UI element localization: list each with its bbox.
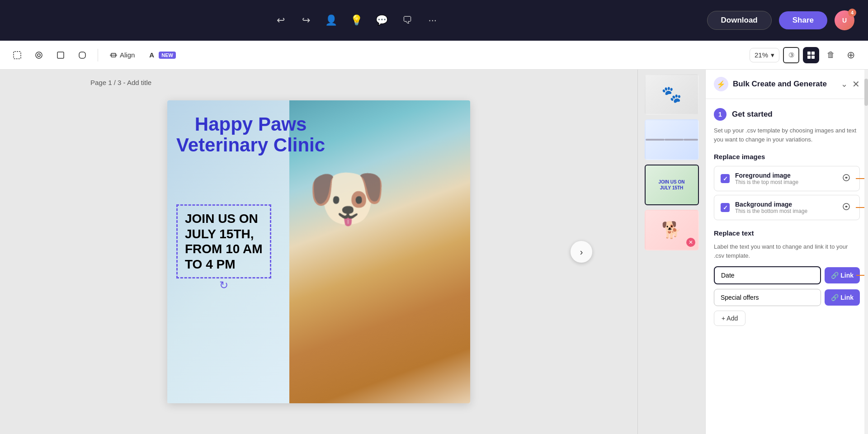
panel-header-icon: ⚡ [714, 77, 728, 91]
crop-tool[interactable] [31, 47, 47, 63]
svg-rect-0 [14, 52, 21, 59]
next-page-button[interactable]: › [571, 241, 592, 263]
special-offers-link-button[interactable]: 🔗 Link [825, 289, 860, 306]
date-link-button[interactable]: 🔗 Link [825, 267, 860, 283]
topbar-icons: ↩ ↪ 👤 💡 💬 🗨 ··· [271, 11, 442, 30]
toolbar-divider-1 [98, 49, 98, 61]
more-icon[interactable]: ··· [423, 11, 442, 30]
clinic-title-line1: Happy Paws [176, 114, 325, 135]
replace-text-section: Replace text Label the text you want to … [714, 229, 860, 326]
date-input[interactable] [714, 266, 821, 284]
background-checkbox[interactable] [721, 203, 730, 212]
thumb-error-icon: ✕ [686, 238, 695, 247]
date-text-line3: FROM 10 AM [185, 241, 263, 257]
add-user-icon[interactable]: 👤 [322, 11, 341, 30]
dog-emoji: 🐶 [307, 161, 387, 236]
share-button[interactable]: Share [779, 11, 827, 29]
svg-rect-3 [57, 52, 64, 58]
foreground-replace-button[interactable] [840, 172, 853, 185]
delete-button[interactable]: 🗑 [823, 47, 839, 63]
new-badge: NEW [159, 52, 176, 59]
replace-text-desc: Label the text you want to change and li… [714, 242, 860, 260]
svg-rect-10 [811, 56, 815, 59]
special-offers-field-row: 🔗 Link [714, 289, 860, 306]
clinic-text: Happy Paws Veterinary Clinic [176, 114, 325, 156]
date-text-line4: TO 4 PM [185, 257, 263, 272]
thumbnail-panel: 🐾 JOIN US ONJULY 15TH 🐕 ✕ ✕ [637, 70, 705, 434]
bulb-icon[interactable]: 💡 [347, 11, 366, 30]
thumbnail-1[interactable]: 🐾 [645, 74, 699, 115]
panel-collapse-button[interactable]: ⌄ [841, 79, 848, 89]
scrollbar-track[interactable] [864, 70, 868, 434]
foreground-image-option: Foreground image This is the top most im… [714, 166, 860, 191]
main: Page 1 / 3 - Add title 🐶 Happy Paws Vete… [0, 70, 868, 434]
chat-icon[interactable]: 🗨 [398, 11, 417, 30]
panel-header: ⚡ Bulk Create and Generate ⌄ ✕ [706, 70, 868, 99]
replace-text-title: Replace text [714, 229, 860, 237]
svg-rect-4 [79, 52, 85, 58]
background-text: Background image This is the bottom most… [735, 201, 834, 214]
download-button[interactable]: Download [707, 11, 772, 30]
panel-title: Bulk Create and Generate [733, 80, 836, 89]
thumbnail-2[interactable] [645, 119, 699, 160]
background-sub: This is the bottom most image [735, 208, 834, 214]
avatar-badge: 4 [848, 9, 856, 17]
step-header: 1 Get started [714, 108, 860, 121]
canvas-area: Page 1 / 3 - Add title 🐶 Happy Paws Vete… [0, 70, 637, 434]
rotate-icon[interactable]: ↻ [219, 279, 228, 292]
toolbar: Align A NEW 21% ▾ ③ 🗑 ⊕ [0, 41, 868, 70]
date-field-row: 🔗 Link C [714, 266, 860, 284]
thumbnail-4[interactable]: 🐕 ✕ [645, 210, 699, 250]
design-card: 🐶 Happy Paws Veterinary Clinic JOIN US O… [167, 100, 470, 403]
translate-button[interactable]: A NEW [145, 48, 180, 61]
align-button[interactable]: Align [105, 48, 139, 61]
date-box[interactable]: JOIN US ON JULY 15TH, FROM 10 AM TO 4 PM… [176, 204, 271, 278]
add-page-button[interactable]: ⊕ [843, 47, 859, 63]
grid-view-button[interactable] [803, 47, 819, 63]
topbar: ↩ ↪ 👤 💡 💬 🗨 ··· Download Share U 4 [0, 0, 868, 41]
svg-rect-9 [807, 56, 811, 59]
canvas-content: 🐶 Happy Paws Veterinary Clinic JOIN US O… [0, 70, 637, 434]
zoom-control[interactable]: 21% ▾ [750, 48, 779, 62]
rounded-rect-tool[interactable] [74, 47, 90, 63]
svg-rect-7 [807, 52, 811, 55]
undo-button[interactable]: ↩ [271, 11, 290, 30]
clinic-title-line2: Veterinary Clinic [176, 135, 325, 156]
step-desc: Set up your .csv template by choosing im… [714, 126, 860, 144]
foreground-title: Foreground image [735, 172, 834, 179]
step-title: Get started [732, 110, 773, 119]
foreground-sub: This is the top most image [735, 179, 834, 185]
svg-point-2 [38, 54, 40, 57]
avatar[interactable]: U 4 [835, 10, 854, 30]
right-panel: ⚡ Bulk Create and Generate ⌄ ✕ 1 Get sta… [705, 70, 868, 434]
special-offers-input[interactable] [714, 289, 821, 306]
replace-images-title: Replace images [714, 153, 860, 160]
svg-rect-8 [811, 52, 815, 55]
rect-tool[interactable] [52, 47, 69, 63]
thumbnail-3[interactable]: JOIN US ONJULY 15TH [645, 165, 699, 205]
add-field-button[interactable]: + Add [714, 311, 745, 326]
background-image-option: Background image This is the bottom most… [714, 195, 860, 220]
background-title: Background image [735, 201, 834, 208]
comment-icon[interactable]: 💬 [373, 11, 392, 30]
scrollbar-thumb[interactable] [864, 79, 868, 106]
svg-point-1 [36, 52, 42, 58]
panel-close-button[interactable]: ✕ [852, 79, 860, 90]
date-text-line2: JULY 15TH, [185, 226, 263, 242]
panel-body: 1 Get started Set up your .csv template … [706, 99, 868, 434]
foreground-checkbox[interactable] [721, 174, 730, 183]
select-tool[interactable] [9, 47, 25, 63]
step-badge: 1 [714, 108, 726, 121]
toolbar-right: ③ 🗑 ⊕ [783, 47, 859, 63]
page-number-badge[interactable]: ③ [783, 47, 799, 63]
background-replace-button[interactable] [840, 201, 853, 214]
foreground-text: Foreground image This is the top most im… [735, 172, 834, 185]
date-text-line1: JOIN US ON [185, 211, 263, 226]
redo-button[interactable]: ↪ [297, 11, 316, 30]
